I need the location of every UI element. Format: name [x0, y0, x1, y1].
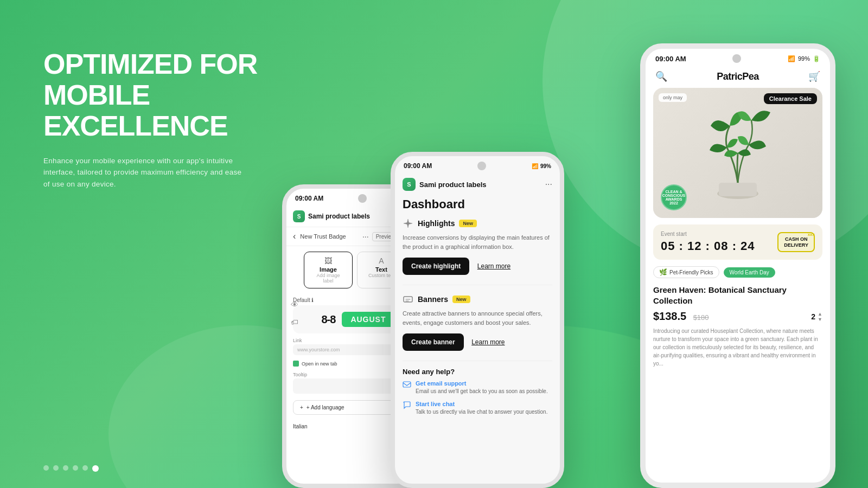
notch-mid — [477, 162, 486, 170]
qty-up-arrow[interactable]: ▲ — [818, 311, 822, 317]
tag-world-earth[interactable]: World Earth Day — [724, 267, 775, 278]
status-bar-mid: 09:00 AM 📶 99% — [395, 156, 560, 174]
status-icons-mid: 📶 99% — [532, 163, 551, 169]
banners-desc: Create attractive banners to announce sp… — [403, 309, 552, 327]
live-chat-item: Start live chat Talk to us directly via … — [403, 401, 552, 416]
notch-right — [732, 54, 741, 63]
status-bar-right: 09:00 AM 📶 99% 🔋 — [646, 49, 830, 66]
checkbox-open-tab[interactable] — [293, 361, 299, 367]
tag1-label: Pet-Friendly Picks — [669, 269, 713, 275]
help-title: Need any help? — [403, 368, 552, 376]
banners-icon — [403, 294, 413, 305]
award-badge: CLEAN & CONSCIOUS AWARDS 2022 — [661, 184, 687, 210]
plus-icon: + — [300, 404, 303, 410]
badge-number: 8-8 — [321, 313, 335, 326]
phone-mid: 09:00 AM 📶 99% S Sami product labels ···… — [391, 152, 564, 488]
highlights-desc: Increase conversions by displaying the m… — [403, 233, 552, 251]
search-icon-right[interactable]: 🔍 — [655, 70, 667, 82]
mid-app-header: S Sami product labels ··· — [395, 174, 560, 195]
banners-section: Banners New Create attractive banners to… — [395, 287, 560, 358]
banners-new-badge: New — [452, 296, 470, 303]
highlights-new-badge: New — [459, 220, 477, 227]
app-logo-left: S — [293, 210, 305, 222]
email-support-item: Get email support Email us and we'll get… — [403, 380, 552, 395]
app-logo-row: S Sami product labels — [293, 210, 370, 222]
eye-icon[interactable]: 👁 — [291, 300, 298, 309]
nav-label: New Trust Badge — [300, 233, 358, 240]
live-chat-link[interactable]: Start live chat — [416, 401, 547, 407]
time-mid: 09:00 AM — [404, 162, 432, 170]
price-row: $138.5 $180 2 ▲ ▼ — [646, 310, 830, 327]
phone-right: 09:00 AM 📶 99% 🔋 🔍 PatricPea 🛒 — [640, 43, 835, 488]
price-old: $180 — [693, 313, 709, 322]
svg-rect-1 — [403, 382, 411, 387]
tag-icon-side[interactable]: 🏷 — [291, 318, 298, 326]
email-support-desc: Email us and we'll get back to you as so… — [416, 388, 548, 395]
time-right: 09:00 AM — [655, 55, 686, 63]
tab-image-title: Image — [312, 266, 344, 273]
create-banner-button[interactable]: Create banner — [403, 333, 464, 351]
phones-container: 09:00 AM 📶 99% S Sami product labels 🔔 ·… — [271, 43, 825, 488]
live-chat-content: Start live chat Talk to us directly via … — [416, 401, 547, 416]
main-title: OPTIMIZED FOR MOBILE EXCELLENCE — [43, 49, 271, 142]
learn-more-highlights[interactable]: Learn more — [477, 262, 510, 270]
open-new-tab-label: Open in new tab — [302, 361, 337, 367]
timer-section: Event start 05 : 12 : 08 : 24 xxx CASH O… — [653, 224, 822, 260]
svg-rect-3 — [719, 183, 757, 196]
subtitle: Enhance your mobile experience with our … — [43, 155, 250, 190]
product-image-area: only may Clearance Sale CLEAN & CONSCIOU… — [653, 88, 822, 218]
highlights-header: Highlights New — [403, 218, 552, 229]
add-language-label: + Add language — [307, 404, 344, 410]
email-icon — [403, 380, 411, 389]
mid-app-logo: S — [403, 178, 416, 191]
timer-left: Event start 05 : 12 : 08 : 24 — [661, 231, 755, 253]
highlights-section: Highlights New Increase conversions by d… — [395, 218, 560, 282]
wifi-icon-right: 📶 — [788, 55, 795, 62]
mid-app-row: S Sami product labels — [403, 178, 487, 191]
email-support-content: Get email support Email us and we'll get… — [416, 380, 548, 395]
side-icons: 👁 🏷 — [291, 300, 298, 326]
banners-title: Banners — [418, 295, 448, 304]
timer-display: 05 : 12 : 08 : 24 — [661, 239, 755, 253]
quantity-arrows[interactable]: ▲ ▼ — [818, 311, 822, 322]
tag-pet-friendly[interactable]: 🌿 Pet-Friendly Picks — [653, 266, 719, 278]
cod-badge: xxx CASH ON DELIVERY — [777, 232, 815, 253]
quantity-number: 2 — [811, 312, 815, 321]
battery-icon-right: 🔋 — [813, 55, 820, 62]
dots-button[interactable]: ··· — [362, 232, 369, 241]
mid-more-button[interactable]: ··· — [545, 179, 552, 189]
price-main: $138.5 — [653, 310, 686, 322]
badge-only-may: only may — [659, 93, 687, 102]
wifi-icon-mid: 📶 — [532, 163, 538, 169]
email-support-link[interactable]: Get email support — [416, 380, 548, 387]
quantity-control: 2 ▲ ▼ — [811, 311, 822, 322]
dashboard-title: Dashboard — [395, 195, 560, 218]
battery-mid: 99% — [540, 163, 551, 169]
italian-label: Italian — [293, 423, 308, 429]
divider-2 — [403, 361, 552, 361]
time-left: 09:00 AM — [295, 195, 323, 202]
create-highlight-button[interactable]: Create highlight — [403, 258, 469, 275]
help-section: Need any help? Get email support Email u… — [395, 363, 560, 426]
cod-xxx: xxx — [808, 232, 815, 237]
back-button[interactable]: ‹ — [293, 232, 296, 241]
app-name-left: Sami product labels — [308, 213, 370, 220]
highlights-icon — [403, 218, 413, 229]
battery-right: 99% — [798, 55, 810, 62]
store-header: 🔍 PatricPea 🛒 — [646, 66, 830, 88]
left-section: OPTIMIZED FOR MOBILE EXCELLENCE Enhance … — [43, 43, 271, 190]
product-title: Green Haven: Botanical Sanctuary Collect… — [646, 282, 830, 310]
highlights-title: Highlights — [418, 219, 455, 228]
divider-1 — [403, 285, 552, 285]
notch-left — [358, 194, 367, 203]
cart-icon[interactable]: 🛒 — [808, 70, 820, 82]
cod-text-line1: CASH ON — [784, 236, 808, 242]
qty-down-arrow[interactable]: ▼ — [818, 317, 822, 322]
status-icons-right: 📶 99% 🔋 — [788, 55, 820, 62]
banners-header: Banners New — [403, 294, 552, 305]
tag2-label: World Earth Day — [730, 269, 769, 275]
product-description: Introducing our curated Houseplant Colle… — [646, 327, 830, 368]
tab-image[interactable]: 🖼 Image Add image label — [304, 252, 353, 288]
learn-more-banners[interactable]: Learn more — [471, 338, 505, 346]
live-chat-desc: Talk to us directly via live chat to ans… — [416, 408, 547, 416]
